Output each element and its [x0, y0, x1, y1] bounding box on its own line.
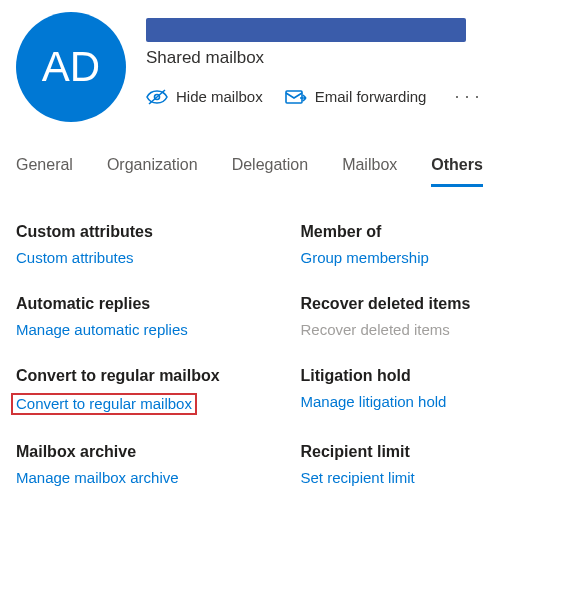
- section-title: Mailbox archive: [16, 443, 261, 461]
- others-panel: Custom attributes Custom attributes Memb…: [0, 187, 561, 503]
- tab-others[interactable]: Others: [431, 156, 483, 187]
- section-automatic-replies: Automatic replies Manage automatic repli…: [16, 295, 261, 339]
- email-forward-icon: [285, 89, 307, 105]
- hide-mailbox-label: Hide mailbox: [176, 88, 263, 105]
- hide-mailbox-button[interactable]: Hide mailbox: [146, 88, 263, 105]
- section-mailbox-archive: Mailbox archive Manage mailbox archive: [16, 443, 261, 487]
- section-recipient-limit: Recipient limit Set recipient limit: [301, 443, 546, 487]
- svg-rect-2: [286, 91, 302, 103]
- section-title: Convert to regular mailbox: [16, 367, 261, 385]
- link-manage-mailbox-archive[interactable]: Manage mailbox archive: [16, 469, 179, 486]
- tab-bar: General Organization Delegation Mailbox …: [0, 122, 561, 187]
- action-bar: Hide mailbox Email forwarding ···: [146, 86, 545, 107]
- link-manage-litigation-hold[interactable]: Manage litigation hold: [301, 393, 447, 410]
- link-convert-regular-mailbox[interactable]: Convert to regular mailbox: [11, 393, 197, 415]
- email-forwarding-button[interactable]: Email forwarding: [285, 88, 427, 105]
- mailbox-subtitle: Shared mailbox: [146, 48, 545, 68]
- avatar: AD: [16, 12, 126, 122]
- eye-hide-icon: [146, 89, 168, 105]
- section-litigation-hold: Litigation hold Manage litigation hold: [301, 367, 546, 415]
- email-forwarding-label: Email forwarding: [315, 88, 427, 105]
- link-group-membership[interactable]: Group membership: [301, 249, 429, 266]
- tab-delegation[interactable]: Delegation: [232, 156, 309, 187]
- section-member-of: Member of Group membership: [301, 223, 546, 267]
- link-custom-attributes[interactable]: Custom attributes: [16, 249, 134, 266]
- more-actions-button[interactable]: ···: [454, 86, 484, 107]
- section-recover-deleted: Recover deleted items Recover deleted it…: [301, 295, 546, 339]
- section-title: Custom attributes: [16, 223, 261, 241]
- avatar-initials: AD: [42, 43, 100, 91]
- header: AD Shared mailbox Hide mailbox: [0, 0, 561, 122]
- tab-organization[interactable]: Organization: [107, 156, 198, 187]
- tab-mailbox[interactable]: Mailbox: [342, 156, 397, 187]
- section-title: Automatic replies: [16, 295, 261, 313]
- section-convert-regular: Convert to regular mailbox Convert to re…: [16, 367, 261, 415]
- link-manage-auto-replies[interactable]: Manage automatic replies: [16, 321, 188, 338]
- section-title: Recover deleted items: [301, 295, 546, 313]
- section-custom-attributes: Custom attributes Custom attributes: [16, 223, 261, 267]
- section-title: Recipient limit: [301, 443, 546, 461]
- header-info: Shared mailbox Hide mailbox: [146, 12, 545, 122]
- mailbox-name-redacted: [146, 18, 466, 42]
- section-title: Member of: [301, 223, 546, 241]
- link-recover-deleted: Recover deleted items: [301, 321, 450, 338]
- section-title: Litigation hold: [301, 367, 546, 385]
- tab-general[interactable]: General: [16, 156, 73, 187]
- link-set-recipient-limit[interactable]: Set recipient limit: [301, 469, 415, 486]
